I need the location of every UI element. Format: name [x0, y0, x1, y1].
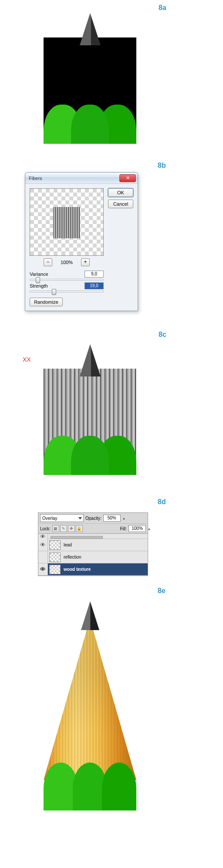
visibility-toggle[interactable]: 👁 [38, 534, 48, 539]
strength-row: Strength 19,0 [30, 282, 104, 292]
pencil-shaft [44, 436, 136, 475]
lock-pixels-icon[interactable]: ▦ [52, 525, 59, 532]
pencil-lead-tip [80, 344, 101, 376]
layer-item-wood-texture[interactable]: 👁 wood texture [38, 563, 148, 576]
layer-item-cropped[interactable]: 👁 [38, 534, 148, 539]
randomize-button[interactable]: Randomize [30, 298, 63, 306]
lock-move-icon[interactable]: ✥ [68, 525, 75, 532]
step-label-8c: 8c [159, 331, 166, 339]
visibility-toggle[interactable]: 👁 [38, 563, 48, 575]
lock-paint-icon[interactable]: ✎ [60, 525, 67, 532]
dialog-titlebar[interactable]: Fibers ✕ [25, 173, 138, 184]
zoom-value: 100% [57, 260, 76, 265]
variance-label: Variance [30, 271, 48, 277]
fill-input[interactable]: 100% [128, 525, 146, 532]
lock-all-icon[interactable]: 🔒 [76, 525, 83, 532]
opacity-input[interactable]: 50% [103, 515, 121, 522]
fibers-dialog: Fibers ✕ − 100% + Variance 9,0 [25, 172, 138, 311]
close-icon: ✕ [126, 176, 130, 180]
figure-8c [44, 344, 136, 475]
dialog-title: Fibers [29, 176, 119, 181]
strength-slider[interactable] [30, 291, 104, 292]
zoom-in-button[interactable]: + [81, 258, 90, 266]
shaft-segment [102, 763, 136, 810]
zoom-out-button[interactable]: − [44, 258, 52, 266]
pencil-lead-tip [81, 601, 99, 630]
ok-button[interactable]: OK [108, 188, 133, 197]
fill-label: Fill: [120, 526, 127, 531]
layers-list: 👁 👁 lead 👁 reflection 👁 wood texture [38, 534, 148, 576]
pencil-shaft [44, 763, 136, 810]
blend-mode-value: Overlay [42, 516, 57, 521]
layer-name[interactable]: wood texture [62, 567, 148, 572]
visibility-toggle[interactable]: 👁 [38, 551, 48, 563]
layer-name[interactable]: lead [62, 542, 148, 547]
visibility-toggle[interactable]: 👁 [38, 539, 48, 551]
annotation-xx: XX [23, 356, 31, 363]
layer-item-reflection[interactable]: 👁 reflection [38, 551, 148, 563]
layers-panel: Overlay Opacity: 50% Lock: ▦ ✎ ✥ 🔒 Fill:… [38, 512, 148, 576]
strength-input[interactable]: 19,0 [84, 282, 104, 289]
layer-thumbnail[interactable] [49, 565, 61, 574]
blend-mode-dropdown[interactable]: Overlay [40, 514, 84, 522]
strength-label: Strength [30, 283, 48, 288]
step-label-8e: 8e [158, 587, 166, 595]
opacity-label: Opacity: [85, 516, 101, 521]
layer-thumbnail[interactable] [49, 553, 61, 562]
layer-name[interactable]: reflection [62, 555, 148, 559]
slider-thumb[interactable] [52, 289, 56, 295]
fiber-preview-swatch [53, 207, 80, 238]
step-label-8a: 8a [159, 4, 166, 12]
pencil-wood-cone [44, 619, 136, 780]
layer-item-lead[interactable]: 👁 lead [38, 539, 148, 551]
slider-thumb[interactable] [36, 277, 40, 283]
layer-thumbnail[interactable] [49, 540, 61, 550]
cancel-button[interactable]: Cancel [108, 200, 133, 208]
figure-8a [44, 13, 136, 144]
variance-input[interactable]: 9,0 [84, 271, 104, 278]
pencil-lead-tip [80, 13, 101, 45]
shaft-segment [71, 105, 109, 144]
pencil-shaft [44, 105, 136, 144]
figure-8e [44, 601, 136, 810]
shaft-segment [71, 436, 109, 475]
filter-preview[interactable] [30, 188, 104, 256]
close-button[interactable]: ✕ [119, 174, 136, 182]
lock-label: Lock: [40, 526, 51, 531]
step-label-8b: 8b [158, 162, 166, 170]
step-label-8d: 8d [158, 498, 166, 506]
variance-slider[interactable] [30, 279, 104, 281]
variance-row: Variance 9,0 [30, 271, 104, 281]
